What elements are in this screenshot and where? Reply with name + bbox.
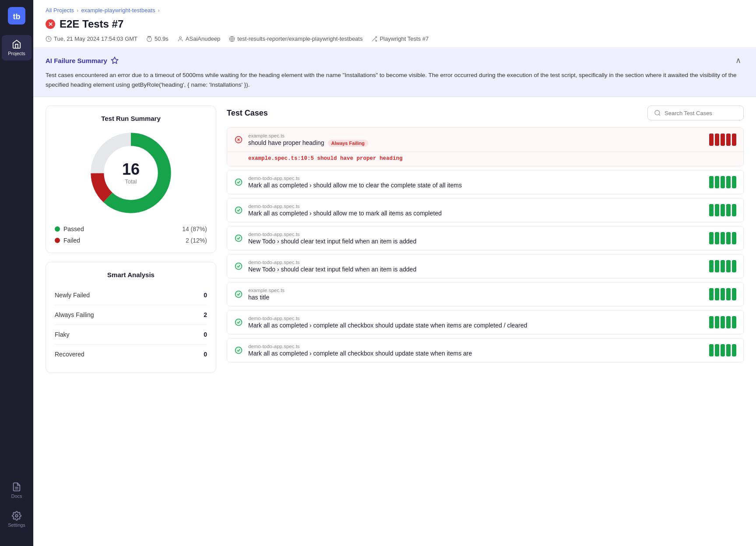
passed-label: Passed [63, 225, 179, 232]
breadcrumb-separator: › [158, 7, 159, 14]
sidebar-item-label: Projects [8, 51, 25, 56]
sidebar-item-projects[interactable]: Projects [2, 35, 32, 60]
sidebar-item-settings[interactable]: Settings [2, 507, 32, 532]
svg-point-7 [179, 36, 181, 39]
run-icon [371, 36, 377, 42]
history-bar [709, 316, 714, 328]
history-bar [721, 260, 725, 272]
breadcrumb-separator: › [77, 7, 78, 14]
test-item[interactable]: demo-todo-app.spec.ts Mark all as comple… [227, 310, 744, 335]
history-bar [732, 344, 736, 356]
sidebar-item-docs[interactable]: Docs [2, 478, 32, 503]
meta-datetime: Tue, 21 May 2024 17:54:03 GMT [46, 35, 137, 42]
breadcrumb-project[interactable]: example-playwright-testbeats [81, 7, 155, 14]
history-bar [715, 176, 719, 188]
breadcrumb-all-projects[interactable]: All Projects [46, 7, 74, 14]
search-input[interactable] [665, 110, 737, 116]
test-history-bars [709, 316, 736, 328]
svg-point-23 [236, 235, 242, 242]
svg-marker-12 [111, 57, 118, 63]
breadcrumb: All Projects › example-playwright-testbe… [46, 7, 744, 14]
analysis-count: 2 [204, 311, 207, 318]
page-title: E2E Tests #7 [60, 18, 123, 30]
test-spec: example.spec.ts [248, 133, 704, 138]
analysis-count: 0 [204, 331, 207, 338]
test-item[interactable]: demo-todo-app.spec.ts New Todo › should … [227, 226, 744, 250]
history-bar [715, 232, 719, 244]
history-bar [709, 204, 714, 216]
test-status-icon [234, 346, 243, 355]
history-bar [715, 288, 719, 300]
history-bar [709, 260, 714, 272]
history-bar [732, 204, 736, 216]
test-item[interactable]: demo-todo-app.spec.ts Mark all as comple… [227, 170, 744, 194]
test-name: Mark all as completed › should allow me … [248, 182, 704, 189]
svg-point-16 [655, 110, 660, 115]
test-item-row: demo-todo-app.spec.ts Mark all as comple… [227, 338, 743, 362]
test-name: Mark all as completed › should allow me … [248, 210, 704, 217]
test-item-row: example.spec.ts has title [227, 282, 743, 306]
sparkle-icon [111, 56, 119, 64]
collapse-button[interactable]: ∧ [733, 55, 744, 66]
donut-total: 16 [122, 162, 140, 177]
analysis-row: Newly Failed0 [55, 285, 207, 305]
legend-failed: Failed 2 (12%) [55, 237, 207, 244]
right-panel: Test Cases example.spec.ts should have p… [227, 106, 744, 537]
test-cases-header: Test Cases [227, 106, 744, 120]
history-bar [709, 288, 714, 300]
analysis-label: Recovered [55, 351, 84, 358]
svg-text:tb: tb [13, 12, 21, 21]
svg-point-22 [236, 207, 242, 214]
analysis-row: Flaky0 [55, 325, 207, 345]
failed-value: 2 (12%) [186, 237, 207, 244]
history-bar [726, 176, 731, 188]
test-item[interactable]: example.spec.ts has title [227, 282, 744, 306]
test-history-bars [709, 134, 736, 146]
history-bar [726, 288, 731, 300]
test-item[interactable]: example.spec.ts should have proper headi… [227, 127, 744, 166]
test-name: should have proper headingAlways Failing [248, 139, 704, 146]
legend-passed: Passed 14 (87%) [55, 225, 207, 232]
history-bar [726, 344, 731, 356]
test-spec: example.spec.ts [248, 288, 704, 293]
clock-icon [46, 36, 52, 42]
sidebar-item-label: Docs [11, 493, 22, 499]
home-icon [12, 39, 21, 49]
history-bar [726, 316, 731, 328]
test-status-icon [234, 234, 243, 243]
test-history-bars [709, 232, 736, 244]
analysis-count: 0 [204, 351, 207, 358]
user-icon [177, 36, 183, 42]
test-item[interactable]: demo-todo-app.spec.ts Mark all as comple… [227, 198, 744, 222]
left-panel: Test Run Summary 16 Total [46, 106, 216, 537]
sidebar-nav: Projects [2, 35, 32, 478]
analysis-count: 0 [204, 292, 207, 299]
history-bar [715, 344, 719, 356]
history-bar [726, 260, 731, 272]
test-item-info: demo-todo-app.spec.ts Mark all as comple… [248, 316, 704, 329]
search-box[interactable] [647, 106, 744, 120]
ai-summary-text: Test cases encountered an error due to a… [46, 70, 744, 89]
test-status-icon [234, 135, 243, 144]
search-icon [654, 109, 661, 116]
meta-row: Tue, 21 May 2024 17:54:03 GMT 50.9s ASai… [46, 35, 744, 47]
test-spec: demo-todo-app.spec.ts [248, 316, 704, 321]
test-item-info: demo-todo-app.spec.ts Mark all as comple… [248, 176, 704, 189]
meta-duration: 50.9s [146, 35, 169, 42]
always-failing-badge: Always Failing [328, 140, 368, 147]
history-bar [715, 316, 719, 328]
history-bar [715, 260, 719, 272]
history-bar [709, 176, 714, 188]
content-area: Test Run Summary 16 Total [33, 97, 756, 546]
test-item[interactable]: demo-todo-app.spec.ts Mark all as comple… [227, 338, 744, 363]
history-bar [732, 316, 736, 328]
failed-dot [55, 238, 60, 243]
history-bar [726, 204, 731, 216]
history-bar [721, 204, 725, 216]
failed-label: Failed [63, 237, 182, 244]
test-item[interactable]: demo-todo-app.spec.ts New Todo › should … [227, 254, 744, 278]
history-bar [721, 288, 725, 300]
donut-center: 16 Total [122, 162, 140, 185]
smart-analysis-card: Smart Analysis Newly Failed0Always Faili… [46, 262, 216, 373]
title-row: ✕ E2E Tests #7 [46, 18, 744, 30]
